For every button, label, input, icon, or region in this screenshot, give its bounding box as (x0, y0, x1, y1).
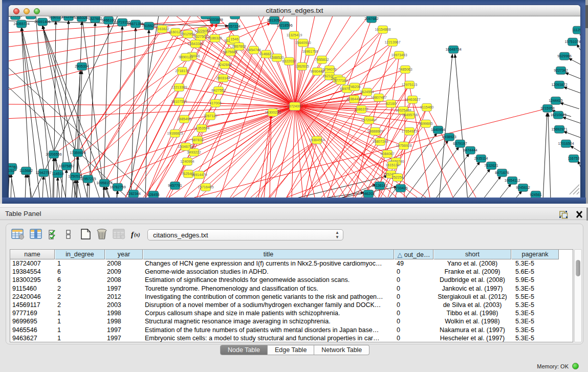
svg-text:16033809: 16033809 (207, 18, 223, 21)
svg-text:7632621: 7632621 (484, 164, 498, 167)
svg-text:3267110: 3267110 (204, 114, 217, 118)
svg-text:8471676: 8471676 (495, 171, 509, 174)
svg-text:1588520: 1588520 (270, 56, 284, 59)
svg-text:928455: 928455 (147, 193, 159, 196)
svg-text:13226053: 13226053 (194, 29, 210, 33)
svg-text:15716485: 15716485 (198, 185, 213, 189)
svg-text:8186328: 8186328 (208, 36, 222, 40)
svg-text:62160: 62160 (386, 102, 396, 105)
svg-text:12093872: 12093872 (551, 83, 567, 86)
svg-text:12942757: 12942757 (35, 171, 51, 174)
svg-text:16782759: 16782759 (110, 185, 125, 189)
svg-text:1685498: 1685498 (177, 117, 191, 121)
svg-text:7955812: 7955812 (315, 58, 329, 61)
svg-text:20364436: 20364436 (346, 97, 362, 101)
svg-text:10654112: 10654112 (505, 179, 520, 182)
svg-text:2905334: 2905334 (75, 64, 89, 68)
svg-text:9242848: 9242848 (217, 63, 231, 67)
svg-text:15300233: 15300233 (265, 111, 280, 114)
svg-text:14136141: 14136141 (372, 184, 387, 187)
svg-text:7357224: 7357224 (226, 25, 240, 28)
svg-text:10653287: 10653287 (74, 16, 90, 19)
svg-text:587832: 587832 (191, 138, 203, 142)
svg-text:3493222: 3493222 (187, 150, 201, 154)
svg-text:15046756: 15046756 (178, 145, 193, 148)
svg-text:16671355: 16671355 (127, 22, 143, 26)
svg-text:111254: 111254 (572, 28, 580, 32)
svg-text:8813054: 8813054 (267, 18, 281, 22)
svg-text:3215958: 3215958 (540, 106, 554, 110)
svg-text:9329966: 9329966 (557, 54, 571, 58)
svg-text:9245612: 9245612 (516, 186, 530, 189)
svg-text:1282344: 1282344 (126, 192, 140, 195)
svg-text:15692971: 15692971 (551, 127, 567, 131)
svg-text:8938923: 8938923 (442, 135, 456, 139)
svg-text:1733426: 1733426 (394, 186, 407, 190)
svg-text:9777169: 9777169 (334, 79, 347, 82)
svg-text:252254: 252254 (391, 176, 403, 179)
svg-text:9890123: 9890123 (179, 55, 192, 59)
svg-text:1362615: 1362615 (295, 64, 309, 68)
svg-text:8454749: 8454749 (247, 48, 260, 52)
svg-text:20691406: 20691406 (34, 20, 50, 24)
svg-text:16648734: 16648734 (445, 48, 461, 51)
svg-text:114519: 114519 (52, 172, 64, 176)
svg-text:11325419: 11325419 (287, 33, 302, 37)
svg-text:9160123: 9160123 (49, 16, 62, 19)
svg-text:9699695: 9699695 (419, 122, 432, 125)
svg-text:1240994: 1240994 (180, 160, 194, 163)
svg-text:8912954: 8912954 (181, 32, 194, 36)
svg-text:116753: 116753 (568, 157, 580, 160)
svg-text:2803144: 2803144 (216, 76, 230, 80)
svg-text:9457791: 9457791 (168, 184, 182, 187)
svg-text:12975115: 12975115 (402, 83, 418, 86)
svg-text:3624554: 3624554 (360, 90, 374, 94)
svg-text:7515526: 7515526 (142, 24, 156, 28)
svg-text:19384554: 19384554 (309, 138, 324, 142)
svg-text:17957275: 17957275 (80, 177, 96, 181)
svg-text:19218596: 19218596 (276, 24, 292, 27)
svg-text:24055724: 24055724 (13, 22, 29, 26)
svg-text:15751074: 15751074 (564, 40, 580, 43)
svg-text:9146821: 9146821 (259, 52, 273, 56)
svg-text:16914479: 16914479 (191, 173, 207, 177)
svg-text:7386372: 7386372 (354, 107, 368, 111)
svg-text:(x): (x) (134, 232, 140, 238)
svg-text:10375857: 10375857 (58, 164, 74, 168)
svg-text:10807487: 10807487 (371, 96, 386, 99)
svg-text:1640954: 1640954 (431, 128, 445, 132)
svg-text:16154808: 16154808 (375, 28, 390, 31)
svg-text:19463627: 19463627 (404, 98, 420, 101)
svg-text:6379197: 6379197 (453, 142, 467, 145)
svg-text:10958157: 10958157 (96, 181, 112, 185)
svg-text:417004: 417004 (209, 101, 221, 105)
svg-text:946203: 946203 (362, 192, 374, 195)
svg-text:39151: 39151 (9, 169, 14, 172)
svg-text:17654923: 17654923 (401, 129, 417, 133)
svg-text:2087682: 2087682 (364, 17, 378, 20)
svg-text:1115682: 1115682 (19, 169, 33, 172)
svg-text:18724007: 18724007 (287, 104, 302, 108)
svg-text:19756928: 19756928 (396, 144, 411, 147)
svg-text:15720407: 15720407 (361, 118, 377, 122)
svg-text:7485063: 7485063 (398, 68, 412, 71)
svg-text:9327503: 9327503 (193, 35, 207, 38)
svg-text:9115460: 9115460 (420, 105, 434, 109)
svg-text:9794078: 9794078 (322, 68, 336, 71)
svg-text:16210643: 16210643 (550, 113, 566, 117)
svg-text:2718170: 2718170 (175, 69, 189, 73)
svg-text:2935114: 2935114 (474, 157, 488, 160)
svg-text:10973493: 10973493 (391, 53, 407, 57)
svg-text:8427552: 8427552 (211, 89, 225, 92)
svg-text:7163822: 7163822 (155, 27, 169, 31)
svg-text:10688609: 10688609 (367, 129, 383, 133)
svg-text:1527602: 1527602 (88, 17, 102, 20)
svg-text:16495756: 16495756 (402, 113, 418, 117)
svg-text:11353594: 11353594 (194, 126, 210, 130)
svg-text:16961758: 16961758 (302, 50, 318, 53)
svg-text:16543342: 16543342 (187, 42, 203, 46)
svg-text:17359924: 17359924 (70, 151, 85, 155)
svg-text:1546: 1546 (230, 37, 238, 41)
svg-text:9227342: 9227342 (554, 69, 568, 72)
svg-text:9474444: 9474444 (463, 148, 477, 152)
